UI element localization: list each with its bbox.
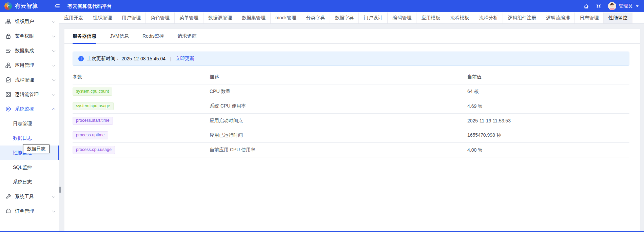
- page-tab[interactable]: 日志管理: [575, 12, 604, 23]
- table-row: system.cpu.countCPU 数量64 核: [73, 84, 629, 99]
- param-tag: system.cpu.usage: [73, 102, 114, 110]
- sidebar-item[interactable]: 流程管理: [0, 73, 59, 87]
- page-tab[interactable]: 组织管理: [88, 12, 117, 23]
- param-tag: system.cpu.count: [73, 88, 112, 96]
- page-tab[interactable]: 编码管理: [388, 12, 416, 23]
- table-row: process.uptime应用已运行时间1655470.998 秒: [73, 128, 629, 143]
- sidebar-subitem-label: 系统日志: [13, 179, 55, 185]
- user-menu[interactable]: 管理员: [608, 2, 639, 10]
- table-row: process.cpu.usage当前应用 CPU 使用率4.00 %: [73, 143, 629, 157]
- order-management-icon: [5, 208, 11, 214]
- column-header: 描述: [210, 74, 467, 80]
- brand-title: 有云智算: [15, 3, 38, 10]
- data-integration-icon: [5, 48, 11, 54]
- menu-permission-lock-icon: [5, 33, 11, 39]
- page-tab[interactable]: 用户管理: [117, 12, 146, 23]
- sidebar-item[interactable]: 逻辑流管理: [0, 87, 59, 102]
- sidebar-subitem[interactable]: 日志管理: [0, 116, 59, 131]
- column-header: 参数: [73, 74, 210, 80]
- chevron-up-icon: [52, 108, 56, 112]
- sidebar-subitem[interactable]: SQL监控: [0, 160, 59, 175]
- process-management-icon: [5, 77, 11, 83]
- sidebar-scrollbar-thumb[interactable]: [59, 187, 61, 193]
- column-header: 当前值: [467, 74, 629, 80]
- param-value: 2025-11-19 11:53:53: [467, 118, 629, 123]
- sidebar-item-label: 系统监控: [15, 106, 53, 112]
- home-icon[interactable]: [583, 3, 589, 9]
- page-tab[interactable]: 数据字典: [330, 12, 359, 23]
- chevron-down-icon: [52, 63, 56, 66]
- chevron-down-icon: [52, 194, 56, 198]
- chevron-down-icon: [52, 209, 56, 212]
- table-row: system.cpu.usage系统 CPU 使用率4.69 %: [73, 99, 629, 114]
- param-description: 应用启动时间点: [210, 118, 467, 124]
- param-value: 64 核: [467, 89, 629, 95]
- sidebar-item[interactable]: 应用管理: [0, 58, 59, 73]
- info-icon: i: [78, 56, 84, 61]
- page-tab[interactable]: 逻辑组件注册: [503, 12, 541, 23]
- chevron-down-icon: [52, 19, 56, 23]
- param-tag: process.start.time: [73, 117, 113, 125]
- monitor-tab[interactable]: 请求追踪: [178, 29, 197, 43]
- page-tab[interactable]: 流程分析: [474, 12, 503, 23]
- page-tab[interactable]: 数据集管理: [237, 12, 271, 23]
- sidebar-item-label: 组织用户: [15, 19, 53, 25]
- param-tag: process.cpu.usage: [73, 146, 115, 154]
- org-users-icon: [5, 19, 11, 24]
- chevron-down-icon: [52, 49, 56, 52]
- sidebar-subitem-label: 日志管理: [13, 121, 55, 127]
- param-value: 4.69 %: [467, 103, 629, 109]
- page-tab[interactable]: 流程模板: [445, 12, 474, 23]
- header-actions: 管理员: [583, 2, 644, 10]
- monitor-tab[interactable]: JVM信息: [110, 29, 129, 43]
- alert-divider: |: [170, 56, 171, 61]
- sidebar-subitem-label: SQL监控: [13, 165, 55, 171]
- page-tab[interactable]: 应用模板: [416, 12, 445, 23]
- chevron-down-icon: [52, 92, 56, 96]
- param-description: 应用已运行时间: [210, 132, 467, 138]
- param-description: 系统 CPU 使用率: [210, 103, 467, 109]
- page-tab[interactable]: mock管理: [271, 12, 301, 23]
- refresh-now-link[interactable]: 立即更新: [175, 56, 194, 62]
- content-card: 服务器信息JVM信息Redis监控请求追踪 i 上次更新时间： 2025-12-…: [64, 29, 640, 231]
- alert-label: 上次更新时间：: [87, 56, 120, 62]
- chevron-down-icon: [52, 34, 56, 37]
- sidebar-item[interactable]: 订单管理: [0, 204, 59, 218]
- top-header: 有云智算 有云智算低代码平台 管理员: [0, 0, 644, 12]
- param-tag: process.uptime: [73, 131, 108, 139]
- monitor-tab[interactable]: Redis监控: [142, 29, 164, 43]
- page-tab[interactable]: 逻辑流编排: [541, 12, 575, 23]
- sidebar-item-label: 逻辑流管理: [15, 92, 53, 98]
- logic-flow-icon: [5, 92, 11, 97]
- page-tab[interactable]: 门户设计: [359, 12, 388, 23]
- sidebar-item[interactable]: 组织用户: [0, 14, 59, 29]
- page-tab[interactable]: 分类字典: [301, 12, 330, 23]
- param-value: 4.00 %: [467, 147, 629, 153]
- page-tab[interactable]: 应用开发: [59, 12, 88, 23]
- last-update-time: 2025-12-08 15:45:04: [121, 56, 165, 61]
- sidebar-subitem[interactable]: 系统日志: [0, 175, 59, 189]
- fullscreen-icon[interactable]: [596, 3, 601, 9]
- sidebar-subitem[interactable]: 数据日志: [0, 131, 59, 146]
- system-monitor-icon: [5, 106, 11, 112]
- page-tab[interactable]: 菜单管理: [175, 12, 203, 23]
- sidebar-item-label: 订单管理: [15, 208, 53, 214]
- sidebar-item[interactable]: 系统工具: [0, 189, 59, 204]
- sidebar-subitem-label: 数据日志: [13, 135, 55, 141]
- sidebar-item[interactable]: 系统监控: [0, 102, 59, 116]
- page-tab[interactable]: 性能监控: [604, 12, 632, 23]
- logo-icon: [4, 2, 12, 10]
- page-tab[interactable]: 数据源管理: [203, 12, 237, 23]
- update-alert: i 上次更新时间： 2025-12-08 15:45:04 | 立即更新: [73, 52, 629, 66]
- monitor-tab[interactable]: 服务器信息: [73, 29, 96, 43]
- param-description: CPU 数量: [210, 89, 467, 95]
- table-row: process.start.time应用启动时间点2025-11-19 11:5…: [73, 114, 629, 128]
- sidebar-collapse-icon[interactable]: [52, 1, 62, 11]
- app-title: 有云智算低代码平台: [67, 3, 112, 9]
- page-tab[interactable]: 角色管理: [146, 12, 175, 23]
- table-header-row: 参数描述当前值: [73, 70, 629, 84]
- sidebar-item[interactable]: 数据集成: [0, 43, 59, 58]
- app-management-icon: [5, 62, 11, 68]
- sidebar-item[interactable]: 菜单权限: [0, 29, 59, 43]
- avatar: [608, 2, 616, 10]
